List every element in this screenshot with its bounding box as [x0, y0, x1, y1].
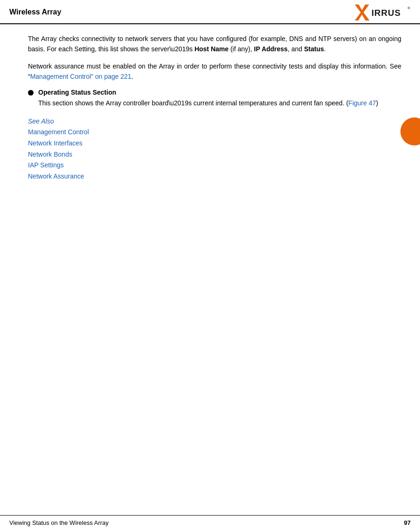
para1-bold-hostname: Host Name	[194, 45, 228, 53]
bullet-content: Operating Status Section This section sh…	[38, 89, 401, 108]
bullet-title: Operating Status Section	[38, 89, 116, 96]
see-also-link-network-assurance[interactable]: Network Assurance	[28, 171, 401, 182]
para1-text-end: .	[324, 45, 326, 53]
footer-text: Viewing Status on the Wireless Array	[9, 519, 109, 526]
bullet-text-end: )	[376, 99, 379, 107]
see-also-link-network-interfaces[interactable]: Network Interfaces	[28, 138, 401, 149]
svg-text:®: ®	[407, 6, 410, 10]
page-title: Wireless Array	[9, 8, 61, 16]
see-also-link-management-control[interactable]: Management Control	[28, 127, 401, 138]
svg-marker-0	[355, 5, 370, 21]
page-footer: Viewing Status on the Wireless Array 97	[0, 515, 420, 530]
para1-text-mid1: (if any),	[228, 45, 254, 53]
see-also-section: See Also Management Control Network Inte…	[28, 117, 401, 182]
orange-circle-decoration	[400, 117, 420, 145]
bullet-description: This section shows the Array controller …	[38, 98, 401, 108]
see-also-link-network-bonds[interactable]: Network Bonds	[28, 149, 401, 160]
page-header: Wireless Array IRRUS ®	[0, 0, 420, 24]
para1-bold-ipaddress: IP Address	[254, 45, 288, 53]
bullet-text-start: This section shows the Array controller …	[38, 99, 348, 107]
para2-text-end: .	[131, 73, 133, 80]
xirrus-logo: IRRUS ®	[355, 4, 411, 21]
management-control-link[interactable]: Management Control” on page 221	[30, 73, 131, 80]
paragraph-1: The Array checks connectivity to network…	[28, 34, 401, 55]
page-number: 97	[404, 519, 411, 526]
main-content: The Array checks connectivity to network…	[0, 24, 420, 515]
bullet-operating-status: Operating Status Section This section sh…	[28, 89, 401, 108]
para1-text-mid2: , and	[288, 45, 304, 53]
page-container: Wireless Array IRRUS ® The Array checks …	[0, 0, 420, 530]
paragraph-2: Network assurance must be enabled on the…	[28, 61, 401, 82]
figure47-link[interactable]: Figure 47	[348, 99, 376, 107]
svg-text:IRRUS: IRRUS	[372, 8, 401, 18]
see-also-link-iap-settings[interactable]: IAP Settings	[28, 160, 401, 171]
bullet-dot	[28, 90, 34, 96]
para1-bold-status: Status	[304, 45, 324, 53]
see-also-title: See Also	[28, 117, 401, 125]
logo-container: IRRUS ®	[355, 4, 411, 21]
